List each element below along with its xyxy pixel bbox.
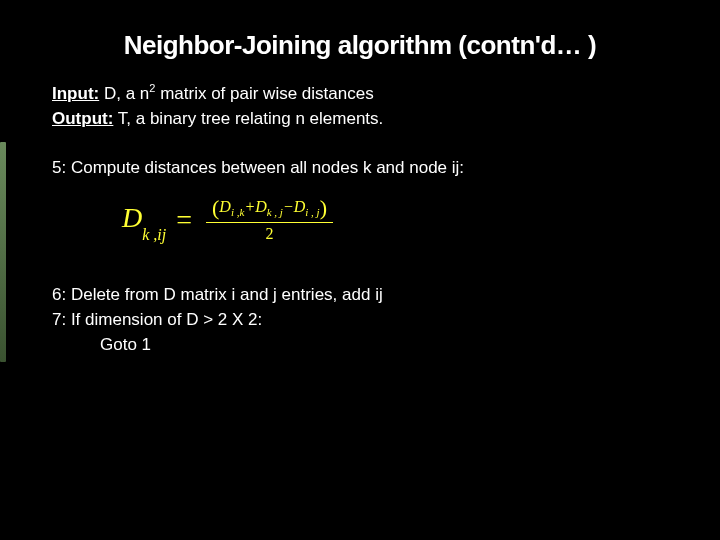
accent-bar [0,142,6,362]
num-s3: i , j [305,207,319,219]
formula-eq: = [176,204,192,236]
num-minus: − [283,198,294,215]
output-text: T, a binary tree relating n elements. [113,109,383,128]
formula-D-letter: D [122,202,142,233]
formula-D: Dk ,ij [122,202,166,238]
formula-lhs-sub: k ,ij [142,226,166,243]
num-s2: k , j [267,207,283,219]
input-line: Input: D, a n2 matrix of pair wise dista… [52,81,680,106]
formula: Dk ,ij = (Di ,k+Dk , j−Di , j) 2 [122,197,680,242]
formula-fraction: (Di ,k+Dk , j−Di , j) 2 [206,197,333,242]
slide-content: Input: D, a n2 matrix of pair wise dista… [42,81,680,357]
num-D2: D [255,198,267,215]
input-label: Input: [52,84,99,103]
output-label: Output: [52,109,113,128]
num-s1: i ,k [231,207,244,219]
formula-numerator: (Di ,k+Dk , j−Di , j) [206,197,333,223]
input-text-b: matrix of pair wise distances [155,84,373,103]
num-plus1: + [244,198,255,215]
spacer-2 [52,260,680,282]
output-line: Output: T, a binary tree relating n elem… [52,108,680,131]
slide-title: Neighbor-Joining algorithm (contn'd… ) [40,30,680,61]
step-5: 5: Compute distances between all nodes k… [52,157,680,180]
formula-denominator: 2 [266,223,274,242]
num-D3: D [294,198,306,215]
spacer [52,133,680,155]
step-6: 6: Delete from D matrix i and j entries,… [52,284,680,307]
slide: Neighbor-Joining algorithm (contn'd… ) I… [0,0,720,540]
num-D1: D [219,198,231,215]
step-7b: Goto 1 [52,334,680,357]
paren-close: ) [320,195,327,220]
step-7: 7: If dimension of D > 2 X 2: [52,309,680,332]
input-text-a: D, a n [99,84,149,103]
